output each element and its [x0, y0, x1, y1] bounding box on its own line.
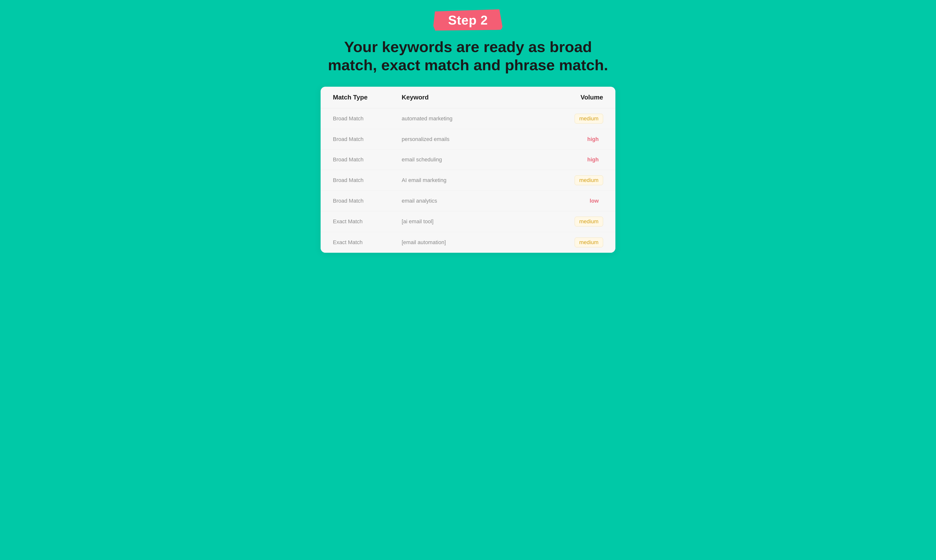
volume-cell: high — [549, 155, 603, 164]
match-type-cell: Broad Match — [333, 115, 402, 122]
volume-badge: low — [585, 196, 603, 206]
volume-cell: medium — [549, 175, 603, 185]
table-row: Broad Match email scheduling high — [320, 149, 616, 170]
volume-badge: high — [583, 135, 603, 144]
table-header: Match Type Keyword Volume — [320, 87, 616, 108]
match-type-cell: Broad Match — [333, 157, 402, 163]
table-row: Broad Match AI email marketing medium — [320, 170, 616, 191]
main-heading: Your keywords are ready as broad match, … — [320, 38, 616, 74]
match-type-cell: Broad Match — [333, 198, 402, 204]
page-container: Step 2 Your keywords are ready as broad … — [320, 10, 616, 253]
keyword-cell: email analytics — [402, 198, 549, 204]
volume-badge: medium — [574, 114, 603, 123]
step-badge-text: Step 2 — [448, 13, 488, 27]
keyword-cell: [ai email tool] — [402, 218, 549, 225]
keyword-table-card: Match Type Keyword Volume Broad Match au… — [320, 87, 616, 253]
keyword-cell: automated marketing — [402, 115, 549, 122]
volume-badge: medium — [574, 217, 603, 226]
table-row: Broad Match email analytics low — [320, 191, 616, 211]
table-row: Broad Match personalized emails high — [320, 129, 616, 149]
header-match-type: Match Type — [333, 94, 402, 101]
step-badge-wrapper: Step 2 — [320, 10, 616, 31]
table-row: Broad Match automated marketing medium — [320, 108, 616, 129]
volume-cell: high — [549, 135, 603, 144]
match-type-cell: Broad Match — [333, 136, 402, 143]
volume-cell: medium — [549, 114, 603, 123]
header-keyword: Keyword — [402, 94, 549, 101]
volume-cell: medium — [549, 237, 603, 247]
keyword-cell: email scheduling — [402, 157, 549, 163]
keyword-cell: [email automation] — [402, 239, 549, 246]
volume-cell: low — [549, 196, 603, 206]
match-type-cell: Exact Match — [333, 239, 402, 246]
volume-badge: medium — [574, 237, 603, 247]
volume-cell: medium — [549, 217, 603, 226]
match-type-cell: Broad Match — [333, 177, 402, 183]
keyword-cell: personalized emails — [402, 136, 549, 143]
table-row: Exact Match [email automation] medium — [320, 232, 616, 253]
match-type-cell: Exact Match — [333, 218, 402, 225]
header-volume: Volume — [549, 94, 603, 101]
volume-badge: high — [583, 155, 603, 164]
step-badge: Step 2 — [433, 10, 503, 31]
table-row: Exact Match [ai email tool] medium — [320, 211, 616, 232]
volume-badge: medium — [574, 175, 603, 185]
keyword-cell: AI email marketing — [402, 177, 549, 183]
